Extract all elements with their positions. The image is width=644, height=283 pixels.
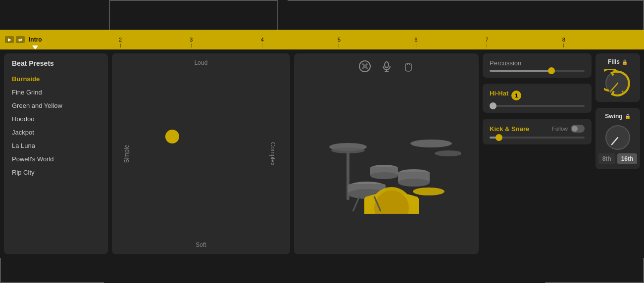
hihat-thumb[interactable] [490, 102, 496, 109]
hihat-label: Hi-Hat [490, 90, 508, 97]
beat-pad-loud: Loud [195, 59, 208, 66]
svg-point-2 [362, 63, 364, 65]
svg-point-6 [385, 62, 389, 68]
swing-section: Swing 🔒 8th 16th [595, 108, 640, 169]
ruler-mark-7: 7 [485, 37, 488, 47]
toggle-knob [572, 126, 578, 132]
svg-point-11 [410, 140, 452, 147]
sidebar-item-fine-grind[interactable]: Fine Grind [4, 86, 108, 99]
follow-label: Follow [552, 126, 568, 132]
kick-snare-section: Kick & Snare Follow [483, 119, 592, 144]
svg-point-12 [435, 150, 461, 156]
beat-pad-soft: Soft [196, 241, 206, 248]
sidebar-item-green-and-yellow[interactable]: Green and Yellow [4, 99, 108, 112]
svg-point-22 [398, 179, 430, 187]
loop-icon: ⇄ [18, 37, 22, 42]
kick-snare-label: Kick & Snare [490, 125, 529, 133]
sidebar: Beat Presets BurnsideFine GrindGreen and… [4, 53, 108, 254]
swing-knob[interactable] [604, 124, 632, 151]
beat-dot[interactable] [165, 130, 179, 143]
ruler-mark-4: 4 [261, 37, 264, 47]
loop-button[interactable]: ⇄ [16, 36, 25, 43]
playhead [32, 46, 38, 49]
bracket-top-left [109, 0, 277, 30]
svg-point-3 [366, 63, 368, 65]
beat-pad[interactable]: Loud Soft Simple Complex [112, 53, 290, 254]
ruler-mark-8: 8 [562, 37, 565, 47]
percussion-slider[interactable] [490, 70, 585, 72]
main-content: Beat Presets BurnsideFine GrindGreen and… [0, 49, 644, 258]
timeline-ruler: ▶ ⇄ Intro 2345678 [0, 30, 644, 49]
play-icon: ▶ [8, 37, 11, 42]
ruler-mark-5: 5 [338, 37, 341, 47]
percussion-section: Percussion [483, 53, 592, 78]
drum-kit-svg [312, 115, 461, 214]
timeline-label: Intro [29, 36, 42, 43]
eighth-note-button[interactable]: 8th [598, 153, 615, 164]
sidebar-item-burnside[interactable]: Burnside [4, 72, 108, 86]
shaker-icon[interactable] [358, 59, 372, 76]
svg-point-19 [370, 172, 398, 179]
note-buttons: 8th 16th [598, 153, 638, 164]
kick-snare-thumb[interactable] [495, 134, 502, 141]
bracket-top-right [288, 0, 644, 30]
bracket-bottom-right [545, 258, 644, 283]
fills-lock-icon[interactable]: 🔒 [622, 59, 628, 65]
microphone-icon[interactable] [380, 59, 394, 76]
play-button[interactable]: ▶ [5, 36, 14, 43]
hihat-section: Hi-Hat 1 [483, 84, 592, 113]
beat-pad-simple: Simple [123, 145, 130, 163]
swing-lock-icon[interactable]: 🔒 [625, 114, 631, 119]
kick-snare-slider[interactable] [490, 137, 585, 139]
sidebar-item-rip-city[interactable]: Rip City [4, 166, 108, 179]
sixteenth-note-button[interactable]: 16th [617, 153, 638, 164]
ruler-mark-3: 3 [190, 37, 193, 47]
bracket-bottom-left [0, 258, 104, 283]
hihat-slider[interactable] [490, 105, 585, 107]
beat-pad-complex: Complex [269, 142, 276, 165]
ruler-mark-6: 6 [414, 37, 417, 47]
fills-label: Fills [608, 58, 620, 65]
drum-visual [300, 80, 473, 248]
controls-panel: Percussion Hi-Hat 1 Kick & Snare Follow [483, 53, 592, 254]
fills-section: Fills 🔒 [595, 53, 640, 102]
ruler-mark-2: 2 [119, 37, 122, 47]
swing-label: Swing [605, 113, 622, 120]
sidebar-header: Beat Presets [4, 59, 108, 72]
svg-point-4 [362, 67, 364, 69]
sidebar-item-hoodoo[interactable]: Hoodoo [4, 112, 108, 126]
ruler-marks: 2345678 [48, 30, 639, 49]
svg-point-5 [366, 67, 368, 69]
svg-line-32 [353, 196, 359, 211]
sidebar-item-la-luna[interactable]: La Luna [4, 139, 108, 152]
drum-area [294, 53, 479, 254]
sidebar-item-powell's-world[interactable]: Powell's World [4, 152, 108, 166]
percussion-label: Percussion [490, 59, 585, 67]
follow-toggle[interactable] [571, 125, 585, 133]
percussion-fill [490, 70, 551, 72]
percussion-thumb[interactable] [548, 67, 555, 74]
drum-icons [300, 59, 473, 76]
hihat-badge: 1 [511, 91, 521, 100]
bracket-top-center [277, 0, 278, 30]
fills-knob[interactable] [604, 69, 632, 97]
hand-icon[interactable] [401, 59, 415, 76]
sidebar-items: BurnsideFine GrindGreen and YellowHoodoo… [4, 72, 108, 179]
right-panel: Fills 🔒 Swi [595, 53, 640, 254]
sidebar-item-jackpot[interactable]: Jackpot [4, 126, 108, 139]
svg-point-23 [413, 188, 445, 195]
